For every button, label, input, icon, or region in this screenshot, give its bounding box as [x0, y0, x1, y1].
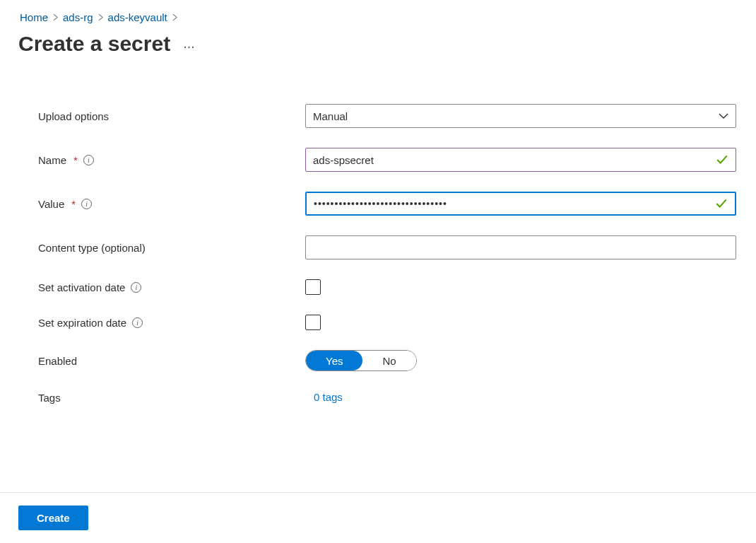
info-icon[interactable]: i [83, 155, 94, 165]
expiration-checkbox[interactable] [305, 315, 321, 330]
tags-link[interactable]: 0 tags [305, 391, 343, 403]
value-input[interactable]: •••••••••••••••••••••••••••••••• [314, 198, 715, 209]
enabled-yes[interactable]: Yes [306, 351, 362, 370]
chevron-right-icon [172, 14, 178, 21]
chevron-down-icon [719, 111, 728, 121]
row-expiration: Set expiration date i [38, 315, 736, 330]
row-value: Value * i ••••••••••••••••••••••••••••••… [38, 192, 736, 216]
breadcrumb-home[interactable]: Home [20, 11, 48, 23]
info-icon[interactable]: i [132, 317, 143, 328]
chevron-right-icon [98, 14, 104, 21]
row-enabled: Enabled Yes No [38, 350, 736, 371]
row-content-type: Content type (optional) [38, 235, 736, 259]
label-activation: Set activation date [38, 281, 125, 293]
row-tags: Tags 0 tags [38, 391, 736, 404]
page-title-row: Create a secret ··· [0, 29, 756, 56]
activation-checkbox[interactable] [305, 279, 321, 295]
name-input[interactable] [313, 154, 716, 166]
check-icon [716, 153, 728, 166]
breadcrumb: Home ads-rg ads-keyvault [0, 0, 756, 29]
row-activation: Set activation date i [38, 279, 736, 295]
label-upload-options: Upload options [38, 110, 109, 122]
enabled-toggle[interactable]: Yes No [305, 350, 417, 371]
row-name: Name * i [38, 148, 736, 172]
info-icon[interactable]: i [131, 282, 141, 293]
check-icon [715, 197, 728, 210]
info-icon[interactable]: i [81, 199, 92, 209]
label-value: Value [38, 198, 64, 210]
label-content-type: Content type (optional) [38, 242, 146, 254]
page-title: Create a secret [18, 32, 170, 56]
enabled-no[interactable]: No [362, 351, 415, 370]
name-input-wrap [305, 148, 736, 172]
value-input-wrap: •••••••••••••••••••••••••••••••• [305, 192, 736, 216]
create-secret-form: Upload options Manual Name * i Value * i [0, 56, 756, 404]
required-asterisk: * [71, 198, 76, 210]
upload-options-value: Manual [313, 110, 348, 122]
content-type-input-wrap [305, 235, 736, 259]
upload-options-select[interactable]: Manual [305, 104, 736, 128]
label-name: Name [38, 154, 66, 166]
label-expiration: Set expiration date [38, 317, 126, 329]
more-icon[interactable]: ··· [183, 34, 195, 54]
required-asterisk: * [73, 154, 78, 166]
label-tags: Tags [38, 392, 61, 404]
breadcrumb-rg[interactable]: ads-rg [63, 11, 93, 23]
footer: Create [0, 492, 756, 530]
label-enabled: Enabled [38, 355, 77, 367]
content-type-input[interactable] [313, 242, 728, 254]
create-button[interactable]: Create [18, 506, 88, 530]
breadcrumb-keyvault[interactable]: ads-keyvault [108, 11, 167, 23]
chevron-right-icon [52, 14, 59, 21]
row-upload-options: Upload options Manual [38, 104, 736, 128]
